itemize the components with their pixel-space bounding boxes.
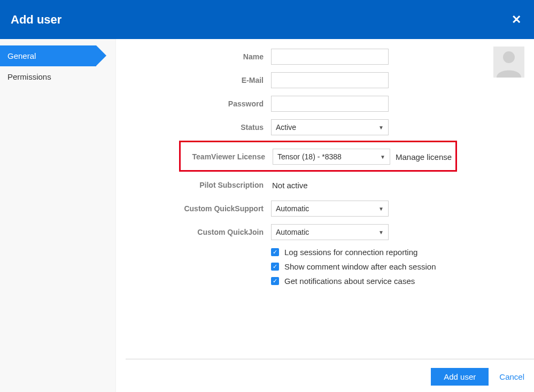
email-label: E-Mail [126,76,271,84]
tab-label: Permissions [7,72,51,81]
dialog-header: Add user ✕ [0,0,534,39]
password-label: Password [126,99,271,108]
manage-license-link[interactable]: Manage license [396,152,452,162]
form: Name E-Mail Password Status [126,47,468,286]
chevron-down-icon: ▼ [380,154,385,160]
log-sessions-label: Log sessions for connection reporting [284,248,417,257]
tab-label: General [7,51,36,60]
dialog-title: Add user [11,13,61,27]
avatar[interactable] [493,47,524,78]
license-select[interactable]: Tensor (18) - *8388 ▼ [273,149,390,165]
quickjoin-select[interactable]: Automatic ▼ [271,224,389,240]
svg-point-0 [503,51,515,63]
quicksupport-label: Custom QuickSupport [126,204,271,213]
pilot-value: Not active [271,181,308,190]
name-label: Name [126,52,271,61]
chevron-down-icon: ▼ [378,206,384,212]
email-input[interactable] [271,72,389,88]
pilot-label: Pilot Subscription [126,181,271,189]
show-comment-label: Show comment window after each session [284,262,436,271]
status-value: Active [276,123,296,132]
cancel-button[interactable]: Cancel [499,372,524,381]
notifications-checkbox[interactable]: ✓ [271,277,279,285]
chevron-down-icon: ▼ [378,125,384,130]
add-user-button[interactable]: Add user [431,368,489,386]
tab-general[interactable]: General [0,45,96,66]
tab-permissions[interactable]: Permissions [0,66,115,87]
quickjoin-label: Custom QuickJoin [126,228,271,236]
chevron-down-icon: ▼ [378,229,384,235]
avatar-placeholder-icon [493,47,524,78]
footer: Add user Cancel [431,368,524,386]
main-panel: Name E-Mail Password Status [116,39,534,392]
password-input[interactable] [271,96,389,112]
status-label: Status [126,123,271,132]
quickjoin-value: Automatic [276,228,309,236]
name-input[interactable] [271,49,389,65]
quicksupport-value: Automatic [276,204,309,213]
sidebar: General Permissions [0,39,116,392]
status-select[interactable]: Active ▼ [271,119,389,135]
notifications-label: Get notifications about service cases [284,276,415,286]
footer-separator [126,358,534,360]
close-icon[interactable]: ✕ [512,13,521,27]
license-label: TeamViewer License [183,152,273,161]
log-sessions-checkbox[interactable]: ✓ [271,248,279,256]
quicksupport-select[interactable]: Automatic ▼ [271,201,389,217]
license-highlight: TeamViewer License Tensor (18) - *8388 ▼… [179,141,457,172]
show-comment-checkbox[interactable]: ✓ [271,263,279,271]
license-value: Tensor (18) - *8388 [277,152,342,161]
